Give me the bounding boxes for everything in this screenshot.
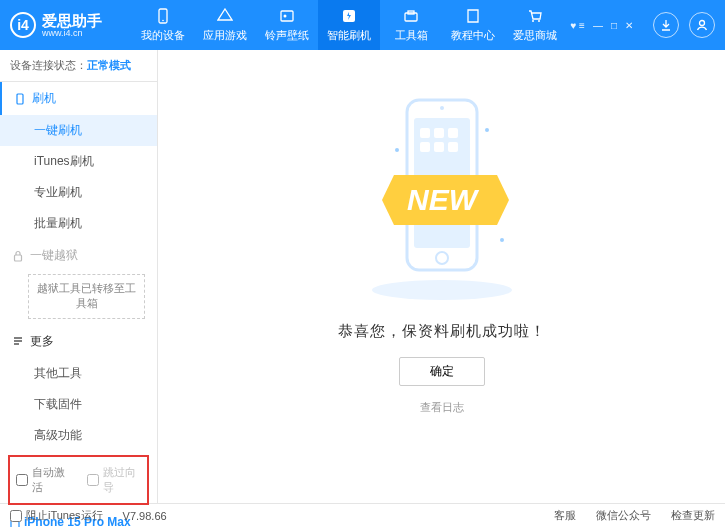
svg-rect-11 bbox=[15, 255, 22, 261]
svg-rect-20 bbox=[448, 128, 458, 138]
topbar: i4 爱思助手 www.i4.cn 我的设备 应用游戏 铃声壁纸 智能刷机 工具… bbox=[0, 0, 725, 50]
status-value: 正常模式 bbox=[87, 59, 131, 71]
wechat-link[interactable]: 微信公众号 bbox=[596, 508, 651, 523]
nav-label: 我的设备 bbox=[141, 28, 185, 43]
nav-my-device[interactable]: 我的设备 bbox=[132, 0, 194, 50]
svg-rect-23 bbox=[448, 142, 458, 152]
connection-status: 设备连接状态：正常模式 bbox=[0, 50, 157, 82]
svg-point-7 bbox=[532, 20, 534, 22]
svg-point-13 bbox=[372, 280, 512, 300]
sidebar-section-flash[interactable]: 刷机 bbox=[0, 82, 157, 115]
sidebar-item-other[interactable]: 其他工具 bbox=[0, 358, 157, 389]
maximize-icon[interactable]: □ bbox=[611, 20, 617, 31]
app-name: 爱思助手 bbox=[42, 13, 102, 28]
logo: i4 爱思助手 www.i4.cn bbox=[10, 12, 102, 38]
cart-icon bbox=[526, 7, 544, 25]
flash-icon bbox=[340, 7, 358, 25]
sidebar-section-more[interactable]: 更多 bbox=[0, 325, 157, 358]
logo-icon: i4 bbox=[10, 12, 36, 38]
svg-rect-18 bbox=[420, 128, 430, 138]
version-label: V7.98.66 bbox=[123, 510, 167, 522]
update-link[interactable]: 检查更新 bbox=[671, 508, 715, 523]
download-button[interactable] bbox=[653, 12, 679, 38]
svg-point-3 bbox=[284, 15, 287, 18]
nav-ringtones[interactable]: 铃声壁纸 bbox=[256, 0, 318, 50]
sidebar-section-jailbreak: 一键越狱 bbox=[0, 239, 157, 272]
success-message: 恭喜您，保资料刷机成功啦！ bbox=[338, 322, 546, 341]
sidebar-item-oneclick[interactable]: 一键刷机 bbox=[0, 115, 157, 146]
success-illustration: NEW bbox=[342, 80, 542, 310]
sidebar-item-advanced[interactable]: 高级功能 bbox=[0, 420, 157, 451]
new-badge-text: NEW bbox=[407, 183, 480, 216]
device-icon bbox=[154, 7, 172, 25]
nav-label: 爱思商城 bbox=[513, 28, 557, 43]
sidebar-item-itunes[interactable]: iTunes刷机 bbox=[0, 146, 157, 177]
sidebar-item-batch[interactable]: 批量刷机 bbox=[0, 208, 157, 239]
media-icon bbox=[278, 7, 296, 25]
nav-apps[interactable]: 应用游戏 bbox=[194, 0, 256, 50]
sidebar: 设备连接状态：正常模式 刷机 一键刷机 iTunes刷机 专业刷机 批量刷机 一… bbox=[0, 50, 158, 503]
minimize-icon[interactable]: — bbox=[593, 20, 603, 31]
view-log-link[interactable]: 查看日志 bbox=[420, 400, 464, 415]
svg-point-26 bbox=[500, 238, 504, 242]
svg-rect-10 bbox=[17, 94, 23, 104]
nav-label: 教程中心 bbox=[451, 28, 495, 43]
service-link[interactable]: 客服 bbox=[554, 508, 576, 523]
svg-point-9 bbox=[700, 21, 705, 26]
nav-label: 铃声壁纸 bbox=[265, 28, 309, 43]
nav-flash[interactable]: 智能刷机 bbox=[318, 0, 380, 50]
user-button[interactable] bbox=[689, 12, 715, 38]
nav-label: 工具箱 bbox=[395, 28, 428, 43]
nav-label: 应用游戏 bbox=[203, 28, 247, 43]
block-itunes-checkbox[interactable]: 阻止iTunes运行 bbox=[10, 508, 103, 523]
list-icon bbox=[12, 335, 24, 347]
sidebar-item-pro[interactable]: 专业刷机 bbox=[0, 177, 157, 208]
phone-small-icon bbox=[14, 93, 26, 105]
lock-icon bbox=[12, 250, 24, 262]
top-right: ♥ ≡ — □ ✕ bbox=[570, 12, 715, 38]
sidebar-item-download-fw[interactable]: 下载固件 bbox=[0, 389, 157, 420]
ok-button[interactable]: 确定 bbox=[399, 357, 485, 386]
toolbox-icon bbox=[402, 7, 420, 25]
window-controls: ♥ ≡ — □ ✕ bbox=[570, 20, 633, 31]
jailbreak-note: 越狱工具已转移至工具箱 bbox=[28, 274, 145, 319]
close-icon[interactable]: ✕ bbox=[625, 20, 633, 31]
auto-activate-checkbox[interactable]: 自动激活 bbox=[16, 465, 71, 495]
app-site: www.i4.cn bbox=[42, 28, 102, 38]
options-box: 自动激活 跳过向导 bbox=[8, 455, 149, 505]
svg-point-24 bbox=[485, 128, 489, 132]
skip-guide-checkbox[interactable]: 跳过向导 bbox=[87, 465, 142, 495]
svg-point-1 bbox=[162, 20, 164, 22]
apps-icon bbox=[216, 7, 234, 25]
svg-rect-21 bbox=[420, 142, 430, 152]
svg-rect-22 bbox=[434, 142, 444, 152]
menu-icon[interactable]: ♥ ≡ bbox=[570, 20, 585, 31]
nav-store[interactable]: 爱思商城 bbox=[504, 0, 566, 50]
svg-point-8 bbox=[538, 20, 540, 22]
nav-label: 智能刷机 bbox=[327, 28, 371, 43]
nav-tutorials[interactable]: 教程中心 bbox=[442, 0, 504, 50]
svg-rect-19 bbox=[434, 128, 444, 138]
main-panel: NEW 恭喜您，保资料刷机成功啦！ 确定 查看日志 bbox=[158, 50, 725, 503]
svg-point-16 bbox=[440, 106, 444, 110]
top-nav: 我的设备 应用游戏 铃声壁纸 智能刷机 工具箱 教程中心 爱思商城 bbox=[132, 0, 566, 50]
svg-point-25 bbox=[395, 148, 399, 152]
book-icon bbox=[464, 7, 482, 25]
svg-rect-2 bbox=[281, 11, 293, 21]
nav-toolbox[interactable]: 工具箱 bbox=[380, 0, 442, 50]
